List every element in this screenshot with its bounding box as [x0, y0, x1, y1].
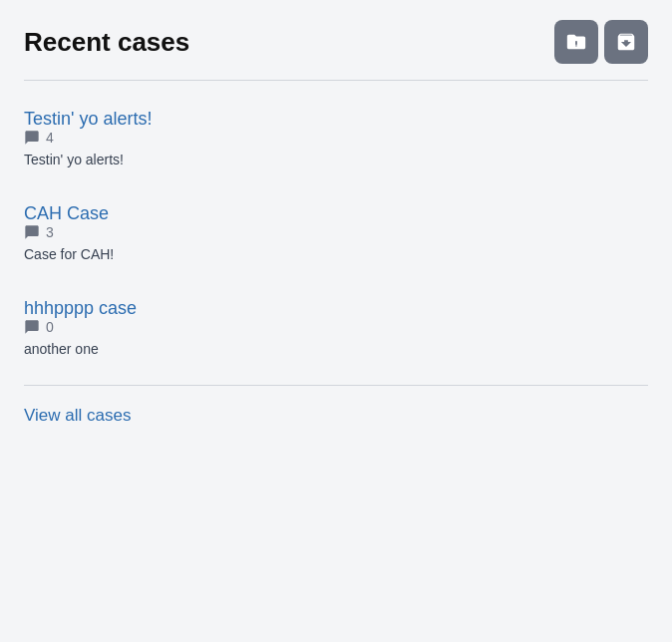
case-meta-3: 0 [24, 319, 648, 335]
archive-icon [615, 31, 637, 53]
view-all-link[interactable]: View all cases [24, 406, 131, 425]
case-title-2[interactable]: CAH Case [24, 203, 109, 223]
case-item[interactable]: Testin' yo alerts! 4 Testin' yo alerts! [0, 91, 672, 185]
header-actions [554, 20, 648, 64]
case-title-1[interactable]: Testin' yo alerts! [24, 109, 153, 129]
case-description-2: Case for CAH! [24, 246, 648, 262]
archive-button[interactable] [604, 20, 648, 64]
case-count-3: 0 [46, 319, 54, 335]
panel-header: Recent cases [0, 0, 672, 80]
panel-title: Recent cases [24, 27, 189, 58]
folder-alert-icon [565, 31, 587, 53]
recent-cases-panel: Recent cases Testin' yo alerts! 4 [0, 0, 672, 642]
view-all-container: View all cases [0, 386, 672, 446]
folder-alert-button[interactable] [554, 20, 598, 64]
comment-icon-2 [24, 224, 40, 240]
case-meta-2: 3 [24, 224, 648, 240]
case-description-1: Testin' yo alerts! [24, 152, 648, 167]
case-item[interactable]: CAH Case 3 Case for CAH! [0, 185, 672, 280]
case-meta-1: 4 [24, 130, 648, 146]
comment-icon-1 [24, 130, 40, 146]
case-count-2: 3 [46, 224, 54, 240]
case-title-3[interactable]: hhhpppp case [24, 298, 137, 318]
case-description-3: another one [24, 341, 648, 357]
comment-icon-3 [24, 319, 40, 335]
case-item[interactable]: hhhpppp case 0 another one [0, 280, 672, 375]
case-count-1: 4 [46, 130, 54, 146]
cases-list: Testin' yo alerts! 4 Testin' yo alerts! … [0, 81, 672, 385]
